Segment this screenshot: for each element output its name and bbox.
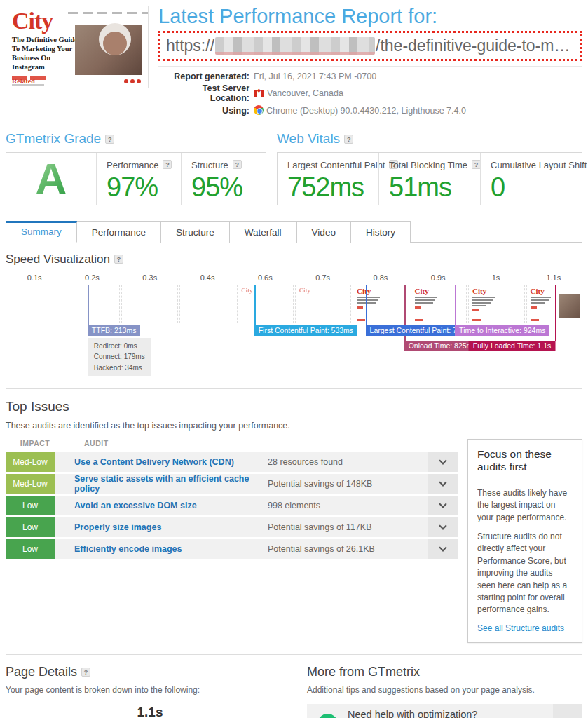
impact-badge: Med-Low	[6, 474, 55, 494]
top-issues-table: IMPACT AUDIT Med-Low Use a Content Deliv…	[6, 439, 458, 643]
tab-summary[interactable]: Summary	[6, 221, 77, 243]
audit-link[interactable]: Serve static assets with an efficient ca…	[55, 474, 268, 494]
speed-viz-heading: Speed Visualization	[6, 252, 110, 266]
report-meta: Report generated: Fri, Jul 16, 2021 7:43…	[171, 71, 466, 117]
help-icon[interactable]: ?	[105, 135, 114, 144]
tbt-metric: Total Blocking Time? 51ms	[378, 153, 480, 205]
audit-link[interactable]: Properly size images	[55, 517, 268, 537]
tab-video[interactable]: Video	[297, 221, 351, 243]
thumbnail-headline: The Definitive Guide To Marketing Your B…	[12, 35, 78, 72]
tab-waterfall[interactable]: Waterfall	[230, 221, 297, 243]
section-divider	[6, 654, 582, 655]
ttfb-redirect: Redirect: 0ms	[94, 341, 145, 352]
url-path: /the-definitive-guide-to-m…	[376, 36, 570, 55]
filmstrip-frame: City	[526, 285, 583, 323]
audit-link[interactable]: Use a Content Delivery Network (CDN)	[55, 452, 268, 472]
metric-label: Performance	[107, 160, 158, 170]
fcp-marker-line	[254, 285, 256, 325]
tab-performance[interactable]: Performance	[77, 221, 161, 243]
help-icon[interactable]: ?	[81, 668, 90, 677]
expand-row-button[interactable]	[428, 452, 458, 472]
audit-detail: Potential savings of 26.1KB	[268, 539, 428, 559]
ruler-tick: 0.9s	[409, 273, 467, 282]
audit-detail: 998 elements	[268, 496, 428, 515]
lcp-marker-line	[366, 285, 367, 325]
metric-label: Structure	[191, 160, 228, 170]
help-icon[interactable]: ?	[114, 255, 123, 264]
audit-detail: Potential savings of 117KB	[268, 517, 428, 537]
frame-photo	[559, 294, 580, 318]
more-heading: More from GTmetrix	[307, 665, 582, 679]
cls-metric: Cumulative Layout Shift? 0	[480, 153, 582, 205]
help-icon[interactable]: ?	[233, 160, 242, 169]
ruler-tick: 0.1s	[6, 273, 63, 282]
chevron-down-icon	[439, 478, 446, 486]
audit-link[interactable]: Efficiently encode images	[55, 539, 268, 559]
audit-detail: 28 resources found	[268, 452, 428, 472]
fully-loaded-time-value: 1.1s	[118, 705, 182, 718]
meta-row-generated: Report generated: Fri, Jul 16, 2021 7:43…	[171, 71, 466, 83]
header-divider	[158, 66, 582, 67]
chevron-down-icon	[439, 456, 446, 464]
top-issues-description: These audits are identified as the top i…	[6, 421, 582, 431]
page-title: Latest Performance Report for:	[158, 6, 582, 28]
focus-box-text: Structure audits do not directly affect …	[477, 531, 573, 616]
expand-row-button[interactable]	[428, 496, 458, 515]
fully-loaded-indicator: 1.1s Fully Loaded Time	[6, 705, 294, 718]
tab-history[interactable]: History	[351, 221, 411, 243]
fiverr-promo-item[interactable]: fi Need help with optimization? Find an …	[307, 704, 582, 718]
fcp-label: First Contentful Paint: 533ms	[254, 325, 357, 337]
ttfb-backend: Backend: 34ms	[94, 363, 145, 374]
fiverr-icon: fi	[317, 714, 338, 718]
report-tabs: Summary Performance Structure Waterfall …	[6, 221, 582, 243]
meta-value: Fri, Jul 16, 2021 7:43 PM -0700	[254, 71, 466, 83]
structure-value: 95%	[191, 172, 256, 203]
ruler-tick: 0.3s	[121, 273, 179, 282]
help-icon[interactable]: ?	[163, 160, 172, 169]
metric-label: Total Blocking Time	[389, 160, 467, 170]
filmstrip-frame: City	[295, 285, 352, 323]
ttfb-marker-line	[88, 285, 89, 325]
audit-row: Low Avoid an excessive DOM size 998 elem…	[6, 496, 458, 515]
chevron-down-icon	[439, 500, 446, 508]
see-structure-audits-link[interactable]: See all Structure audits	[477, 623, 564, 633]
filmstrip-frame: City	[411, 285, 467, 323]
thumbnail-hero-photo	[75, 25, 142, 75]
chevron-down-icon	[439, 522, 446, 529]
focus-audits-box: Focus on these audits first These audits…	[467, 439, 582, 643]
audit-link[interactable]: Avoid an excessive DOM size	[55, 496, 268, 515]
impact-badge: Low	[6, 496, 55, 515]
performance-metric: Performance? 97%	[96, 153, 181, 205]
expand-row-button[interactable]	[428, 539, 458, 559]
audit-row: Low Properly size images Potential savin…	[6, 517, 458, 537]
thumbnail-pager-dots	[124, 79, 141, 83]
gtmetrix-grade-section: GTmetrix Grade? A Performance? 97% Struc…	[6, 131, 266, 205]
speed-viz-timeline: City City City City City City	[6, 285, 582, 377]
impact-column-header: IMPACT	[15, 439, 55, 447]
help-icon[interactable]: ?	[344, 135, 353, 144]
report-header: City The Definitive Guide To Marketing Y…	[6, 6, 582, 117]
ruler-tick: 0.7s	[294, 273, 351, 282]
expand-row-button[interactable]	[428, 474, 458, 494]
cls-value: 0	[491, 172, 572, 203]
section-divider	[6, 388, 582, 389]
meta-value: Vancouver, Canada	[267, 88, 343, 98]
page-screenshot-thumbnail: City The Definitive Guide To Marketing Y…	[6, 6, 149, 88]
audit-column-header: AUDIT	[84, 439, 109, 447]
ruler-tick: 1.1s	[525, 273, 582, 282]
top-issues-heading: Top Issues	[6, 399, 582, 414]
filmstrip-frame: City	[237, 285, 294, 323]
filmstrip-frame	[64, 285, 121, 323]
url-prefix: https://	[166, 36, 214, 55]
ttfb-breakdown: Redirect: 0ms Connect: 179ms Backend: 34…	[88, 338, 151, 377]
impact-badge: Low	[6, 539, 55, 559]
tab-structure[interactable]: Structure	[161, 221, 230, 243]
grade-letter: A	[36, 157, 67, 201]
chevron-right-icon[interactable]: ›	[553, 704, 582, 718]
tti-label: Time to Interactive: 924ms	[455, 325, 549, 337]
expand-row-button[interactable]	[428, 517, 458, 537]
meta-label: Report generated:	[171, 71, 254, 83]
meta-value: Chrome (Desktop) 90.0.4430.212, Lighthou…	[266, 106, 466, 116]
filmstrip-frame	[179, 285, 236, 323]
thumbnail-nav-links	[68, 12, 149, 14]
